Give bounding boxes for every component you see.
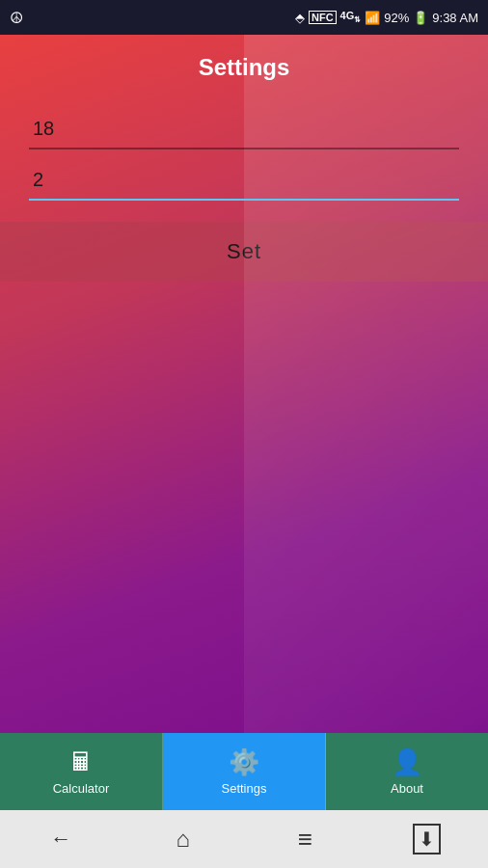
download-icon: ⬇	[413, 824, 441, 854]
data-icon: 4G⇅	[340, 10, 362, 24]
peace-icon: ☮	[10, 9, 23, 27]
person-icon: 👤	[392, 747, 422, 777]
tab-calculator-label: Calculator	[53, 781, 110, 796]
back-icon: ←	[50, 827, 71, 852]
settings-form	[0, 110, 488, 212]
battery-icon: 🔋	[413, 11, 428, 25]
tab-about[interactable]: 👤 About	[326, 733, 488, 810]
tab-settings[interactable]: ⚙️ Settings	[163, 733, 326, 810]
signal-icon: 📶	[365, 11, 380, 25]
tab-calculator[interactable]: 🖩 Calculator	[0, 733, 163, 810]
tab-settings-label: Settings	[222, 781, 267, 796]
page-title: Settings	[199, 54, 290, 81]
download-button[interactable]: ⬇	[408, 820, 447, 858]
status-right: ⬘ NFC 4G⇅ 📶 92% 🔋 9:38 AM	[295, 10, 478, 24]
home-icon: ⌂	[176, 826, 191, 853]
battery-percent: 92%	[384, 11, 409, 25]
menu-button[interactable]: ≡	[285, 820, 324, 858]
calculator-icon: 🖩	[68, 747, 94, 777]
status-left: ☮	[10, 9, 23, 27]
status-bar: ☮ ⬘ NFC 4G⇅ 📶 92% 🔋 9:38 AM	[0, 0, 488, 35]
bluetooth-icon: ⬘	[295, 11, 305, 25]
main-content: Settings Set	[0, 35, 488, 733]
menu-icon: ≡	[298, 825, 312, 854]
tab-about-label: About	[391, 781, 423, 796]
set-button[interactable]: Set	[0, 222, 488, 282]
home-button[interactable]: ⌂	[164, 820, 203, 858]
settings-icon: ⚙️	[229, 747, 259, 777]
nfc-icon: NFC	[309, 11, 337, 24]
tab-bar: 🖩 Calculator ⚙️ Settings 👤 About	[0, 733, 488, 810]
nav-bar: ← ⌂ ≡ ⬇	[0, 810, 488, 868]
clock: 9:38 AM	[432, 11, 478, 25]
field2-input[interactable]	[29, 161, 459, 201]
back-button[interactable]: ←	[41, 820, 80, 858]
field1-input[interactable]	[29, 110, 459, 149]
